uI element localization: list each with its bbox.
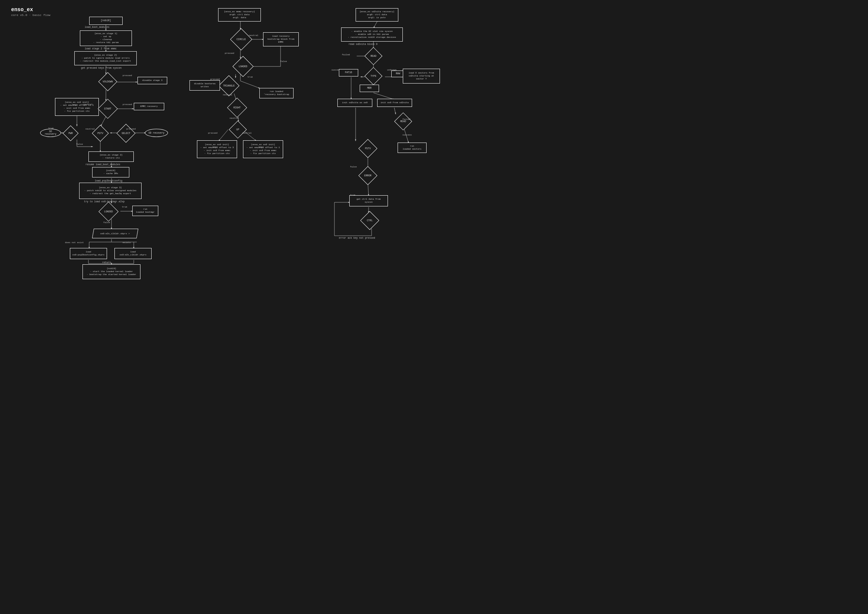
voldown-pressed-label: pressed [123,74,132,77]
read-sd2vita-label: read sd2vita block 0 [348,43,378,46]
pwr-diamond: PWR [61,126,80,140]
loaded-center-true-label: true [247,76,253,78]
init-os0-sd2vita-box: init os0 from sd2vita [377,99,412,107]
emmc-recovery-entry-box: [enso_ex emmc recovery]arg0: ctrl dataar… [218,8,261,22]
mbr-box: MBR [360,85,379,92]
load-boot-modules-label: load_boot_modules [85,26,109,29]
run-loaded-sectors-box: runloaded sectors [398,143,426,153]
read-diamond-2: READ [392,113,414,129]
get-pressed-label: get pressed keys from syscon [81,67,121,70]
up-neutral2-label: neutral [242,132,252,134]
read2-success-label: success [403,133,412,136]
ens-os0-init-1-box: [enso_ex os0 init]- set emuMMBR offset t… [55,98,99,116]
right-diamond: RIGHT [225,99,249,116]
load-e2x-box: loados0:e2x_clkldr.skprx [114,248,152,259]
stage3-box: [enso_ex stage 3]- patch nsbl0 to allow … [79,183,142,199]
svg-line-9 [101,116,106,126]
sd-recovery-left-oval: SD recovery [40,129,61,137]
start-neutral-label: neutral [83,103,93,106]
up-neutral-label: neutral [230,117,239,119]
ens-os0-init-3-box: [enso_ex os0 init]- set emuMMBR offset t… [243,140,283,158]
up-diamond: UP [228,121,248,138]
fat16-box: FAT16 [339,69,358,76]
disable-stage3-box: disable stage 3 [137,77,167,84]
enable-gc-box: - enable the GC slot via syscon- enable … [341,28,403,42]
pwr-true-label: true [48,127,53,130]
stage2-restore-box: [enso_ex stage 2]- restore ctx [89,152,134,162]
nsbl0-box: [nsbl0] [89,17,123,25]
nsbl0-2-box: [nsbl0]- cache SMs [92,167,129,177]
circle-pressed-label: pressed [225,52,234,54]
arrows-svg [0,0,868,614]
init-sd2vita-os0-box: init sd2vita as os0 [338,99,372,107]
nsbl0-3-box: [nsbl0]- start the loaded kernel loader-… [82,264,140,279]
emmc-recovery-box: EMMC recovery [134,103,164,110]
loaded-diamond-left: LOADED [96,203,120,220]
start-pressed-label: pressed [123,103,132,106]
load-recovery-bootstrap-box: load recoverybootstrap block fromEMMC [263,32,299,47]
run-loaded-recovery-box: run loaded'recovery bootstrap [259,88,294,98]
right-neutral-label: neutral [223,93,232,96]
load-stage2-label: load stage 2 from emmc [85,48,117,50]
page-title: enso_ex [11,7,33,12]
read2-failed-label: failed [403,118,411,121]
type-diamond: TYPE [362,69,384,84]
ctrl-diamond: CTRL [359,212,381,229]
circle-neutral-label: neutral [249,34,258,37]
try-load-label: try to load os0:bootmgr.e2xp [84,200,124,203]
pwr-false-label: false [76,143,83,146]
svg-line-42 [218,130,228,141]
read1-failed-label: failed [342,53,350,56]
start-diamond: START [96,100,119,117]
loaded-false-label: false [103,221,110,224]
exists-label: exists [123,241,131,244]
sd2vita-entry-box: [enso_ex sd2vita recovery]arg0: ctrl dat… [356,8,398,22]
get-ctrl-data-box: get ctrl data fromsyscon [349,195,388,206]
sd-recovery-right-oval: SD recovery [145,129,168,137]
load-psp2-label: load_psp2bootconfig [95,180,122,182]
circle-diamond: CIRCLE [227,29,255,50]
error-diamond: ERROR [357,168,379,183]
os0-e2x-parallelogram: os0:e2x_clkldr.skprx > [93,229,137,238]
pstv-false-label: false [350,166,357,168]
disable-bootarea-box: disable bootareawrites [190,80,220,91]
read-diamond-1: READ [362,48,384,64]
load-x-sectors-box: load X sectors fromsd2vita starting atse… [403,69,440,84]
voldown-diamond: VOLDOWN [95,73,121,90]
load-psp2cfg-box: loados0:psp2bootconfig.skprx [70,248,107,259]
stage2-box: [enso_ex stage 2]- patch to ignore modul… [74,51,137,65]
stage1-box: [enso_ex stage 1]- set sp- cleanup- rest… [80,31,132,46]
loaded-true-label: true [122,206,127,208]
error-ack-label: error ack key not pressed [339,237,375,239]
pstv-diamond-right: PSTV [357,140,379,157]
does-not-exist-label: does not exist [65,241,84,244]
svg-line-37 [240,81,260,88]
loaded-center-false-label: false [280,60,287,63]
page-subtitle: core v5.0 · basic flow [11,13,51,17]
select-pressed-label: pressed [126,128,135,130]
loaded-diamond-center: LOADED [230,58,256,74]
pstv-neutral-label: neutral [86,128,95,130]
return-label: return [102,261,111,264]
up-pressed-label: pressed [208,132,217,134]
run-loaded-bootmgr-box: runloaded bootmgr [132,206,158,216]
ens-os0-init-2-box: [enso_ex os0 init]- set emuMMBR offset t… [197,140,237,158]
resume-label: resume load_boot_modules [86,163,120,166]
